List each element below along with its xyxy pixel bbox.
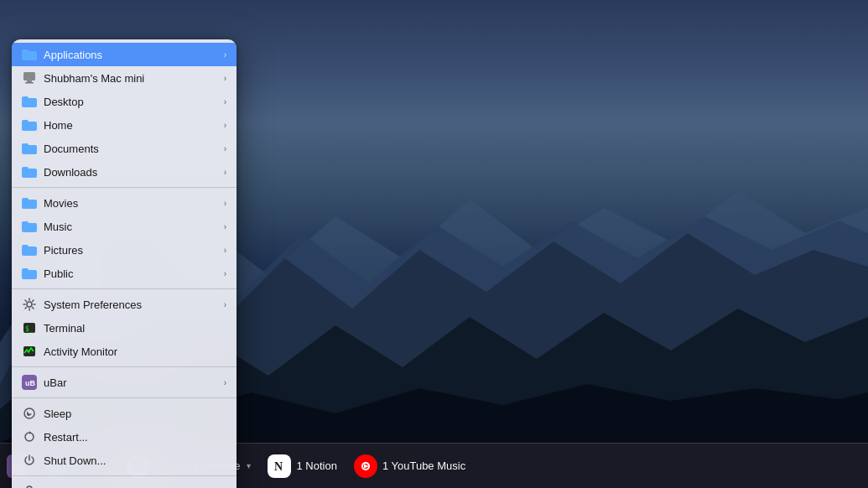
menu-item-shutdown[interactable]: Shut Down... bbox=[12, 449, 236, 472]
svg-point-32 bbox=[24, 408, 34, 418]
menu-label-music: Music bbox=[44, 221, 217, 233]
menu-label-sleep: Sleep bbox=[44, 408, 226, 420]
terminal-icon: $_ bbox=[22, 320, 37, 335]
ubar-icon: uB bbox=[22, 375, 37, 390]
menu-label-documents: Documents bbox=[44, 143, 217, 155]
activity-monitor-icon bbox=[22, 344, 37, 359]
svg-rect-15 bbox=[22, 143, 29, 147]
submenu-chevron: › bbox=[224, 300, 226, 309]
menu-item-home[interactable]: Home › bbox=[12, 113, 236, 137]
menu-item-activity-monitor[interactable]: Activity Monitor bbox=[12, 340, 236, 363]
menu-label-desktop: Desktop bbox=[44, 96, 217, 108]
menu-item-terminal[interactable]: $_ Terminal bbox=[12, 316, 236, 340]
gear-icon bbox=[22, 297, 37, 312]
folder-icon-downloads bbox=[22, 164, 37, 179]
menu-item-music[interactable]: Music › bbox=[12, 215, 236, 238]
folder-icon-documents bbox=[22, 141, 37, 156]
submenu-chevron: › bbox=[224, 97, 226, 106]
shutdown-icon bbox=[22, 453, 37, 468]
submenu-chevron: › bbox=[224, 199, 226, 208]
menu-item-lock-screen[interactable]: Lock Screen bbox=[12, 480, 236, 488]
svg-text:$_: $_ bbox=[25, 325, 34, 333]
svg-rect-7 bbox=[23, 72, 35, 80]
menu-label-downloads: Downloads bbox=[44, 166, 217, 179]
submenu-chevron: › bbox=[224, 269, 226, 278]
svg-rect-23 bbox=[22, 245, 29, 248]
submenu-chevron: › bbox=[224, 50, 226, 60]
svg-rect-9 bbox=[25, 82, 34, 84]
dock-youtube-music-icon bbox=[354, 454, 377, 478]
menu-label-public: Public bbox=[44, 267, 217, 280]
divider-3 bbox=[12, 366, 236, 367]
folder-icon-movies bbox=[22, 195, 37, 210]
folder-icon-music bbox=[22, 219, 37, 234]
menu-label-restart: Restart... bbox=[44, 431, 226, 444]
menu-label-ubar: uBar bbox=[44, 376, 217, 389]
submenu-chevron: › bbox=[224, 144, 226, 153]
menu-label-home: Home bbox=[44, 119, 217, 132]
menu-item-documents[interactable]: Documents › bbox=[12, 137, 236, 160]
folder-icon-desktop bbox=[22, 94, 37, 109]
folder-icon-pictures bbox=[22, 242, 37, 257]
menu-label-system-preferences: System Preferences bbox=[44, 299, 217, 311]
dock-item-notion[interactable]: N 1 Notion bbox=[259, 444, 345, 489]
svg-rect-8 bbox=[27, 80, 32, 82]
submenu-chevron: › bbox=[224, 378, 226, 387]
divider-5 bbox=[12, 475, 236, 476]
folder-icon-public bbox=[22, 266, 37, 281]
sleep-icon bbox=[22, 406, 37, 421]
restart-icon bbox=[22, 429, 37, 444]
menu-item-sleep[interactable]: Sleep bbox=[12, 402, 236, 425]
svg-point-26 bbox=[27, 302, 32, 307]
submenu-chevron: › bbox=[224, 168, 226, 177]
dock-item-youtube-music[interactable]: 1 YouTube Music bbox=[346, 444, 474, 489]
menu-item-restart[interactable]: Restart... bbox=[12, 425, 236, 449]
divider-2 bbox=[12, 288, 236, 289]
lock-icon bbox=[22, 484, 37, 488]
dock-notion-icon: N bbox=[268, 454, 291, 478]
dock-chrome-arrow: ▾ bbox=[247, 461, 251, 470]
menu-label-applications: Applications bbox=[44, 49, 217, 61]
menu-label-activity-monitor: Activity Monitor bbox=[44, 345, 226, 358]
dock-notion-label: 1 Notion bbox=[296, 459, 336, 472]
divider-1 bbox=[12, 187, 236, 188]
menu-item-movies[interactable]: Movies › bbox=[12, 191, 236, 215]
menu-item-pictures[interactable]: Pictures › bbox=[12, 238, 236, 262]
menu-label-lock-screen: Lock Screen bbox=[44, 485, 226, 489]
menu-label-mac-mini: Shubham's Mac mini bbox=[44, 72, 217, 85]
svg-text:N: N bbox=[274, 460, 283, 473]
svg-rect-21 bbox=[22, 221, 29, 225]
svg-rect-19 bbox=[22, 198, 29, 201]
menu-item-ubar[interactable]: uB uBar › bbox=[12, 371, 236, 394]
submenu-chevron: › bbox=[224, 222, 226, 231]
svg-rect-25 bbox=[22, 268, 29, 272]
svg-rect-13 bbox=[22, 120, 29, 123]
menu-item-public[interactable]: Public › bbox=[12, 262, 236, 285]
context-menu: Applications › Shubham's Mac mini › Desk… bbox=[12, 39, 236, 488]
menu-item-downloads[interactable]: Downloads › bbox=[12, 160, 236, 184]
menu-item-system-preferences[interactable]: System Preferences › bbox=[12, 293, 236, 316]
menu-label-pictures: Pictures bbox=[44, 244, 217, 257]
menu-item-mac-mini[interactable]: Shubham's Mac mini › bbox=[12, 66, 236, 90]
menu-item-desktop[interactable]: Desktop › bbox=[12, 90, 236, 113]
svg-text:uB: uB bbox=[25, 379, 35, 387]
svg-rect-11 bbox=[22, 96, 29, 100]
computer-icon bbox=[22, 70, 37, 86]
menu-label-terminal: Terminal bbox=[44, 322, 226, 335]
folder-icon-home bbox=[22, 117, 37, 132]
menu-label-shutdown: Shut Down... bbox=[44, 454, 226, 467]
submenu-chevron: › bbox=[224, 74, 226, 83]
divider-4 bbox=[12, 397, 236, 398]
svg-rect-17 bbox=[22, 167, 29, 170]
dock-youtube-music-label: 1 YouTube Music bbox=[382, 459, 465, 472]
menu-item-applications[interactable]: Applications › bbox=[12, 43, 236, 66]
submenu-chevron: › bbox=[224, 121, 226, 130]
svg-rect-6 bbox=[22, 49, 29, 53]
menu-label-movies: Movies bbox=[44, 197, 217, 210]
submenu-chevron: › bbox=[224, 246, 226, 255]
folder-icon bbox=[22, 47, 37, 62]
